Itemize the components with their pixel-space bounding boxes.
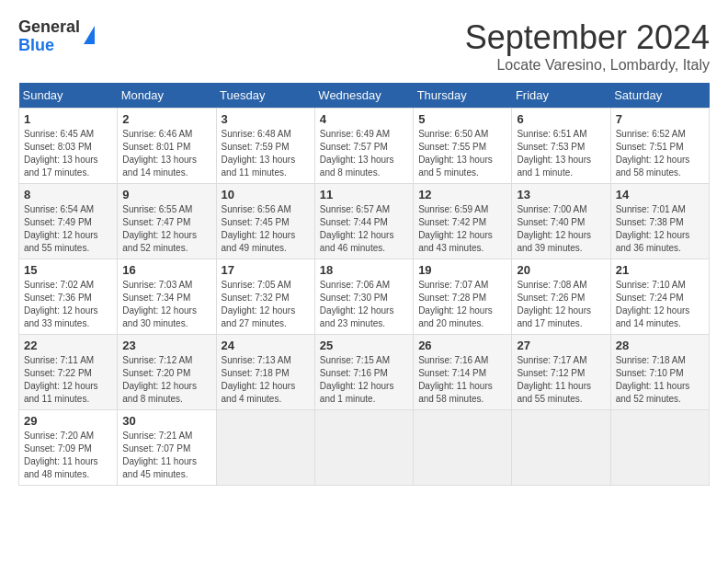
calendar-cell: 3Sunrise: 6:48 AMSunset: 7:59 PMDaylight… xyxy=(216,109,314,184)
calendar-cell: 1Sunrise: 6:45 AMSunset: 8:03 PMDaylight… xyxy=(19,109,118,184)
calendar-cell xyxy=(216,410,314,486)
day-number: 5 xyxy=(418,112,506,126)
day-info: Sunrise: 7:16 AMSunset: 7:14 PMDaylight:… xyxy=(418,354,506,406)
day-number: 26 xyxy=(418,339,506,352)
day-number: 23 xyxy=(122,339,210,352)
header-thursday: Thursday xyxy=(414,83,512,109)
day-number: 28 xyxy=(616,339,704,352)
day-number: 10 xyxy=(222,188,310,201)
day-number: 22 xyxy=(24,339,112,352)
day-number: 30 xyxy=(122,414,210,428)
day-number: 1 xyxy=(24,112,112,126)
day-info: Sunrise: 7:03 AMSunset: 7:34 PMDaylight:… xyxy=(122,279,210,330)
calendar-cell: 25Sunrise: 7:15 AMSunset: 7:16 PMDayligh… xyxy=(314,335,413,410)
day-number: 8 xyxy=(24,188,112,201)
day-number: 13 xyxy=(517,188,605,201)
day-info: Sunrise: 6:45 AMSunset: 8:03 PMDaylight:… xyxy=(24,128,112,179)
day-number: 21 xyxy=(616,263,704,277)
day-info: Sunrise: 7:05 AMSunset: 7:32 PMDaylight:… xyxy=(222,279,310,330)
calendar-cell: 18Sunrise: 7:06 AMSunset: 7:30 PMDayligh… xyxy=(314,259,413,335)
calendar-cell: 15Sunrise: 7:02 AMSunset: 7:36 PMDayligh… xyxy=(19,259,118,335)
day-number: 4 xyxy=(320,112,408,126)
header-friday: Friday xyxy=(512,83,610,109)
day-info: Sunrise: 7:11 AMSunset: 7:22 PMDaylight:… xyxy=(24,354,112,406)
calendar-cell xyxy=(610,410,709,486)
day-number: 6 xyxy=(517,112,605,126)
calendar-cell: 20Sunrise: 7:08 AMSunset: 7:26 PMDayligh… xyxy=(512,259,610,335)
calendar-header-row: SundayMondayTuesdayWednesdayThursdayFrid… xyxy=(19,83,710,109)
day-info: Sunrise: 7:10 AMSunset: 7:24 PMDaylight:… xyxy=(616,279,704,330)
calendar-cell: 14Sunrise: 7:01 AMSunset: 7:38 PMDayligh… xyxy=(610,184,709,259)
day-info: Sunrise: 7:02 AMSunset: 7:36 PMDaylight:… xyxy=(24,279,112,330)
month-title: September 2024 xyxy=(465,18,710,57)
day-info: Sunrise: 6:50 AMSunset: 7:55 PMDaylight:… xyxy=(418,128,506,179)
day-info: Sunrise: 6:56 AMSunset: 7:45 PMDaylight:… xyxy=(222,203,310,255)
day-number: 14 xyxy=(616,188,704,201)
calendar-cell: 24Sunrise: 7:13 AMSunset: 7:18 PMDayligh… xyxy=(216,335,314,410)
calendar-cell: 17Sunrise: 7:05 AMSunset: 7:32 PMDayligh… xyxy=(216,259,314,335)
location-label: Locate Varesino, Lombardy, Italy xyxy=(465,57,710,74)
day-number: 18 xyxy=(320,263,408,277)
day-info: Sunrise: 7:00 AMSunset: 7:40 PMDaylight:… xyxy=(517,203,605,255)
calendar-cell: 4Sunrise: 6:49 AMSunset: 7:57 PMDaylight… xyxy=(314,109,413,184)
day-number: 9 xyxy=(122,188,210,201)
calendar-cell: 11Sunrise: 6:57 AMSunset: 7:44 PMDayligh… xyxy=(314,184,413,259)
day-info: Sunrise: 7:07 AMSunset: 7:28 PMDaylight:… xyxy=(418,279,506,330)
calendar-week-row: 15Sunrise: 7:02 AMSunset: 7:36 PMDayligh… xyxy=(19,259,710,335)
day-number: 16 xyxy=(122,263,210,277)
day-info: Sunrise: 6:59 AMSunset: 7:42 PMDaylight:… xyxy=(418,203,506,255)
calendar-cell: 16Sunrise: 7:03 AMSunset: 7:34 PMDayligh… xyxy=(118,259,216,335)
page-header: General Blue September 2024 Locate Vares… xyxy=(18,18,710,74)
calendar-week-row: 8Sunrise: 6:54 AMSunset: 7:49 PMDaylight… xyxy=(19,184,710,259)
header-saturday: Saturday xyxy=(610,83,709,109)
day-info: Sunrise: 7:17 AMSunset: 7:12 PMDaylight:… xyxy=(517,354,605,406)
calendar-cell: 19Sunrise: 7:07 AMSunset: 7:28 PMDayligh… xyxy=(414,259,512,335)
calendar-cell xyxy=(314,410,413,486)
day-number: 3 xyxy=(222,112,310,126)
calendar-week-row: 29Sunrise: 7:20 AMSunset: 7:09 PMDayligh… xyxy=(19,410,710,486)
day-info: Sunrise: 6:55 AMSunset: 7:47 PMDaylight:… xyxy=(122,203,210,255)
logo-general: General xyxy=(18,18,80,37)
calendar-cell: 8Sunrise: 6:54 AMSunset: 7:49 PMDaylight… xyxy=(19,184,118,259)
header-wednesday: Wednesday xyxy=(314,83,413,109)
day-info: Sunrise: 7:12 AMSunset: 7:20 PMDaylight:… xyxy=(122,354,210,406)
day-info: Sunrise: 6:49 AMSunset: 7:57 PMDaylight:… xyxy=(320,128,408,179)
calendar-cell: 9Sunrise: 6:55 AMSunset: 7:47 PMDaylight… xyxy=(118,184,216,259)
calendar-cell: 26Sunrise: 7:16 AMSunset: 7:14 PMDayligh… xyxy=(414,335,512,410)
day-info: Sunrise: 6:46 AMSunset: 8:01 PMDaylight:… xyxy=(122,128,210,179)
calendar-cell: 30Sunrise: 7:21 AMSunset: 7:07 PMDayligh… xyxy=(118,410,216,486)
logo-blue: Blue xyxy=(18,37,80,55)
day-info: Sunrise: 7:08 AMSunset: 7:26 PMDaylight:… xyxy=(517,279,605,330)
calendar-cell: 13Sunrise: 7:00 AMSunset: 7:40 PMDayligh… xyxy=(512,184,610,259)
day-number: 12 xyxy=(418,188,506,201)
calendar-cell: 23Sunrise: 7:12 AMSunset: 7:20 PMDayligh… xyxy=(118,335,216,410)
calendar-cell: 6Sunrise: 6:51 AMSunset: 7:53 PMDaylight… xyxy=(512,109,610,184)
calendar-cell: 22Sunrise: 7:11 AMSunset: 7:22 PMDayligh… xyxy=(19,335,118,410)
day-info: Sunrise: 7:06 AMSunset: 7:30 PMDaylight:… xyxy=(320,279,408,330)
day-info: Sunrise: 7:20 AMSunset: 7:09 PMDaylight:… xyxy=(24,430,112,481)
calendar-cell: 7Sunrise: 6:52 AMSunset: 7:51 PMDaylight… xyxy=(610,109,709,184)
calendar-week-row: 22Sunrise: 7:11 AMSunset: 7:22 PMDayligh… xyxy=(19,335,710,410)
day-number: 2 xyxy=(122,112,210,126)
day-info: Sunrise: 7:13 AMSunset: 7:18 PMDaylight:… xyxy=(222,354,310,406)
header-sunday: Sunday xyxy=(19,83,118,109)
day-info: Sunrise: 7:01 AMSunset: 7:38 PMDaylight:… xyxy=(616,203,704,255)
header-monday: Monday xyxy=(118,83,216,109)
title-section: September 2024 Locate Varesino, Lombardy… xyxy=(465,18,710,74)
calendar-week-row: 1Sunrise: 6:45 AMSunset: 8:03 PMDaylight… xyxy=(19,109,710,184)
day-number: 29 xyxy=(24,414,112,428)
day-info: Sunrise: 6:54 AMSunset: 7:49 PMDaylight:… xyxy=(24,203,112,255)
day-number: 7 xyxy=(616,112,704,126)
logo-text: General Blue xyxy=(18,18,80,55)
day-number: 25 xyxy=(320,339,408,352)
day-number: 27 xyxy=(517,339,605,352)
calendar-cell: 2Sunrise: 6:46 AMSunset: 8:01 PMDaylight… xyxy=(118,109,216,184)
day-info: Sunrise: 7:15 AMSunset: 7:16 PMDaylight:… xyxy=(320,354,408,406)
calendar-cell: 12Sunrise: 6:59 AMSunset: 7:42 PMDayligh… xyxy=(414,184,512,259)
calendar-cell xyxy=(512,410,610,486)
calendar-cell: 21Sunrise: 7:10 AMSunset: 7:24 PMDayligh… xyxy=(610,259,709,335)
day-info: Sunrise: 6:48 AMSunset: 7:59 PMDaylight:… xyxy=(222,128,310,179)
calendar-table: SundayMondayTuesdayWednesdayThursdayFrid… xyxy=(18,83,710,486)
day-number: 15 xyxy=(24,263,112,277)
header-tuesday: Tuesday xyxy=(216,83,314,109)
